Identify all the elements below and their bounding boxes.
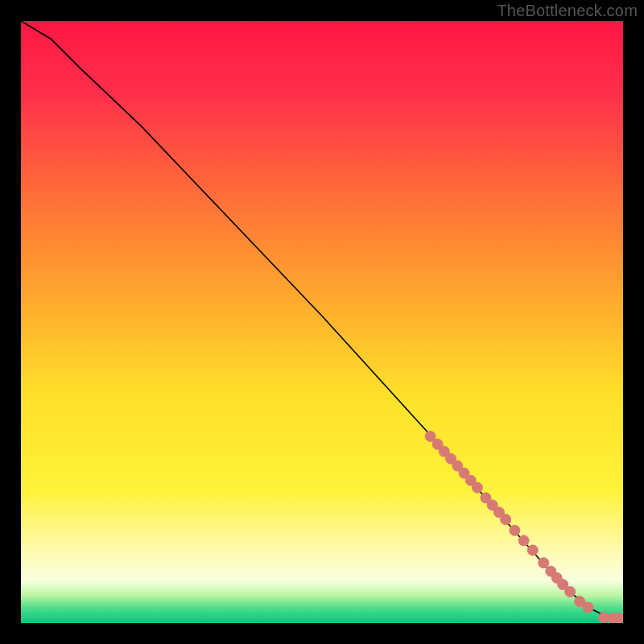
data-marker <box>501 514 511 525</box>
watermark-text: TheBottleneck.com <box>497 2 638 20</box>
data-marker <box>539 558 549 568</box>
data-marker <box>613 613 623 623</box>
data-marker <box>510 525 520 535</box>
data-marker <box>518 535 529 546</box>
data-marker <box>565 587 576 597</box>
chart-svg <box>21 21 623 623</box>
data-marker <box>472 482 482 493</box>
data-marker <box>583 602 593 613</box>
chart-background <box>21 21 623 623</box>
chart-frame: TheBottleneck.com <box>0 0 644 644</box>
plot-area <box>21 21 623 623</box>
data-marker <box>527 545 538 555</box>
